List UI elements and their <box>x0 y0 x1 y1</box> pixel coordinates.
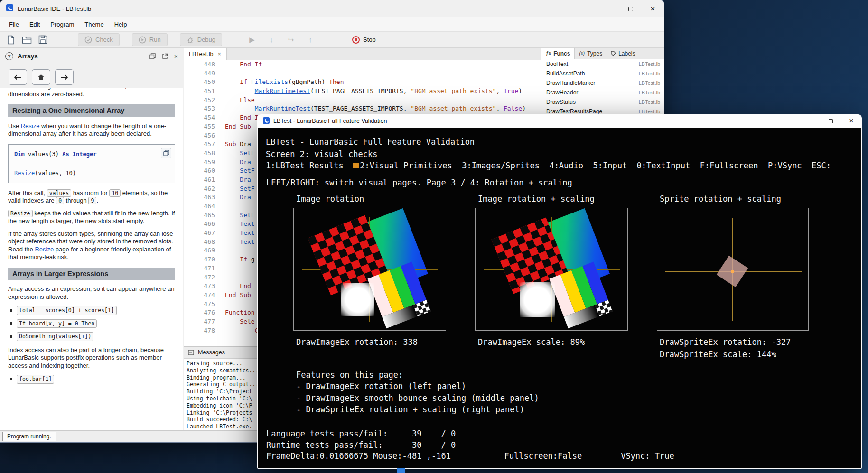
continue-button[interactable]: ▶ <box>246 34 258 46</box>
help-question-icon: ? <box>5 52 13 60</box>
help-panel: ? Arrays × <box>0 48 183 430</box>
back-button[interactable] <box>9 69 27 85</box>
line-number: 459 <box>184 158 222 167</box>
maximize-button[interactable] <box>619 0 642 17</box>
symbol-list-item[interactable]: DrawHeaderLBTest.lb <box>541 88 664 97</box>
external-link-icon <box>162 53 168 59</box>
step-into-icon: ↓ <box>270 36 273 44</box>
open-external-button[interactable] <box>162 53 168 59</box>
run-button[interactable]: Run <box>132 33 168 46</box>
symbol-list-item[interactable]: BuildAssetPathLBTest.lb <box>541 69 664 78</box>
open-file-button[interactable] <box>20 33 33 46</box>
lbtest-close-button[interactable]: × <box>841 114 862 128</box>
help-link[interactable]: Resize <box>21 122 40 130</box>
menu-item-program[interactable]: Program <box>45 19 79 30</box>
help-paragraph: If the array stores custom types, shrink… <box>8 230 175 261</box>
symbol-file: LBTest.lb <box>639 61 660 67</box>
line-number: 477 <box>184 318 222 327</box>
tab-labels[interactable]: Labels <box>607 48 639 59</box>
line-number: 457 <box>184 140 222 149</box>
sprite-center-marker <box>731 270 734 273</box>
debug-button[interactable]: Debug <box>180 33 222 46</box>
run-button-label: Run <box>149 36 161 43</box>
lbtest-maximize-button[interactable] <box>820 114 841 128</box>
line-number: 476 <box>184 309 222 318</box>
panel-title: Image rotation + scaling <box>478 194 595 204</box>
bullet-icon <box>10 378 12 380</box>
panel-title: Image rotation <box>296 194 364 204</box>
tab-types-label: Types <box>587 50 602 57</box>
menu-item-edit[interactable]: Edit <box>24 19 45 30</box>
close-button[interactable]: × <box>642 0 664 17</box>
help-paragraph: Resize keeps the old values that still f… <box>8 210 175 225</box>
popout-panel-button[interactable] <box>149 53 156 59</box>
close-panel-button[interactable]: × <box>174 53 178 60</box>
symbol-name: BuildAssetPath <box>546 70 585 77</box>
help-content: returns the length of the second dimensi… <box>0 88 183 430</box>
windows-logo-icon[interactable] <box>397 468 405 473</box>
menu-item-help[interactable]: Help <box>109 19 132 30</box>
editor-tab-lbtest[interactable]: LBTest.lb × <box>184 48 227 60</box>
help-link[interactable]: Resize <box>35 246 54 253</box>
help-nav <box>0 65 183 88</box>
desktop: LunarBasic IDE - LBTest.lb × FileEditPro… <box>0 0 868 473</box>
line-number: 461 <box>184 176 222 185</box>
code-line: MarkRuntimeTest(TEST_PAGE_ASSETS_IMPORTS… <box>225 87 541 96</box>
symbol-list-item[interactable]: BoolTextLBTest.lb <box>541 59 664 69</box>
line-number: 450 <box>184 78 222 87</box>
tab-close-icon[interactable]: × <box>217 50 221 57</box>
features-list: Features on this page:- DrawImageEx rota… <box>296 369 539 415</box>
tab-types[interactable]: (x) Types <box>575 48 607 59</box>
menu-bar: FileEditProgramThemeHelp <box>0 17 664 32</box>
symbol-file: LBTest.lb <box>639 80 660 86</box>
symbol-name: DrawStatus <box>546 99 576 105</box>
code-line: End If <box>225 61 541 70</box>
line-number: 469 <box>184 247 222 256</box>
code-example: Dim values(3) As Integer Resize(values, … <box>8 144 175 183</box>
maximize-icon <box>628 7 633 11</box>
messages-icon <box>188 350 194 355</box>
step-into-button[interactable]: ↓ <box>265 34 278 46</box>
line-number: 455 <box>184 123 222 132</box>
help-panel-header: ? Arrays × <box>0 48 183 65</box>
help-list: total = scores[0] + scores[1]If board[x,… <box>10 306 175 341</box>
stop-button[interactable]: Stop <box>346 33 382 46</box>
help-paragraph: Array access is an expression, so it can… <box>8 285 175 301</box>
menu-item-file[interactable]: File <box>4 19 24 30</box>
help-section-heading: Resizing a One-Dimensional Array <box>8 104 175 117</box>
copy-button[interactable] <box>161 148 171 158</box>
check-button[interactable]: Check <box>78 33 120 46</box>
save-icon <box>38 35 47 44</box>
screen-nav-line: 1:LBTest Results 2:Visual Primitives 3:I… <box>266 161 831 170</box>
tab-funcs[interactable]: ƒx Funcs <box>541 48 575 59</box>
lbtest-minimize-button[interactable] <box>799 114 820 128</box>
white-circle-test-image <box>520 282 555 317</box>
line-number: 452 <box>184 96 222 105</box>
popout-icon <box>149 53 156 59</box>
lbtest-titlebar[interactable]: LBTest - LunarBasic Full Feature Validat… <box>257 114 862 128</box>
new-file-button[interactable] <box>4 33 17 46</box>
ide-window-controls: × <box>597 0 664 17</box>
minimize-button[interactable] <box>597 0 619 17</box>
symbol-list-item[interactable]: DrawStatusLBTest.lb <box>541 97 664 107</box>
symbol-list-item[interactable]: DrawHandleMarkerLBTest.lb <box>541 78 664 88</box>
line-number: 466 <box>184 220 222 229</box>
debug-step-controls: ▶ ↓ ↪ ↑ <box>246 34 317 46</box>
panel-caption: DrawImageEx rotation: 338 <box>296 337 418 347</box>
symbol-name: DrawHandleMarker <box>546 80 595 86</box>
home-button[interactable] <box>32 69 50 85</box>
save-file-button[interactable] <box>37 33 49 46</box>
code-line: MarkRuntimeTest(TEST_PAGE_ASSETS_IMPORTS… <box>225 105 541 114</box>
ide-titlebar[interactable]: LunarBasic IDE - LBTest.lb × <box>0 0 664 17</box>
forward-button[interactable] <box>55 69 74 85</box>
active-screen-marker <box>353 163 359 168</box>
run-icon <box>139 36 146 44</box>
line-number: 468 <box>184 238 222 247</box>
step-over-button[interactable]: ↪ <box>285 34 297 46</box>
line-number: 454 <box>184 114 222 123</box>
menu-item-theme[interactable]: Theme <box>79 19 109 30</box>
symbols-tab-bar: ƒx Funcs (x) Types Labels <box>541 48 664 59</box>
line-number: 467 <box>184 229 222 238</box>
app-heading: LBTest - LunarBasic Full Feature Validat… <box>266 137 475 147</box>
step-out-button[interactable]: ↑ <box>304 34 317 46</box>
